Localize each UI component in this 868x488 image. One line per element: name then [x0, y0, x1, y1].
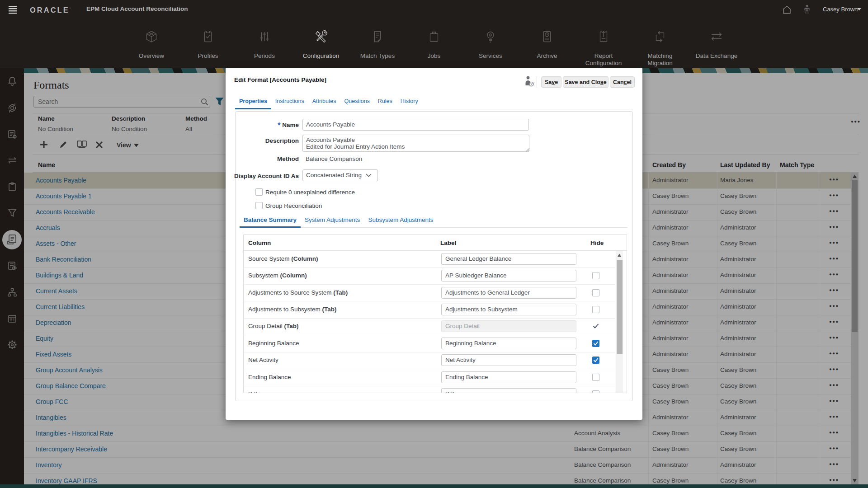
svg-text:?: ?	[530, 82, 533, 86]
